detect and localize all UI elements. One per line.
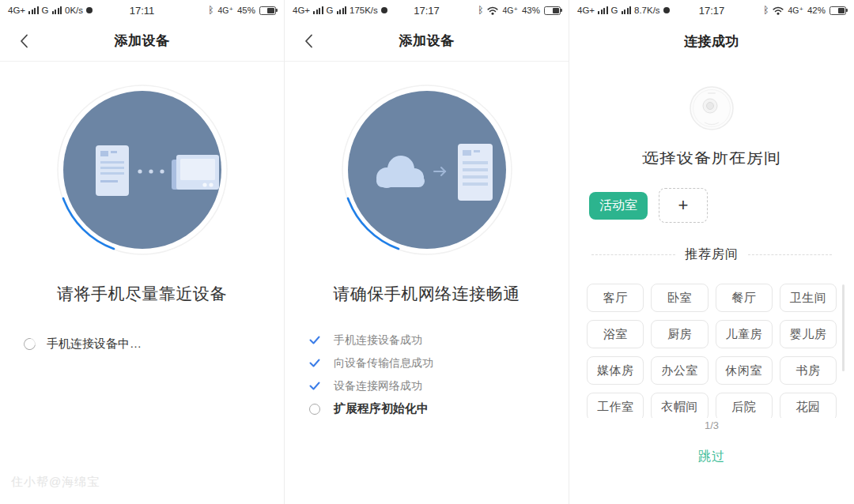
- room-chip[interactable]: 浴室: [587, 320, 644, 348]
- room-chip[interactable]: 卫生间: [780, 284, 837, 312]
- network-type-label-2: G: [42, 6, 49, 15]
- section-title: 选择设备所在房间: [642, 152, 781, 169]
- network-speed: 175K/s: [350, 6, 378, 15]
- battery-icon: [829, 6, 846, 15]
- recommended-rooms-divider: 推荐房间: [591, 246, 832, 263]
- room-chip[interactable]: 婴儿房: [780, 320, 837, 348]
- room-chip[interactable]: 办公室: [651, 356, 708, 385]
- room-chip[interactable]: 后院: [716, 393, 773, 418]
- progress-row: 手机连接设备中…: [24, 337, 284, 352]
- mobile-data-icon: 4G⁺: [788, 6, 803, 15]
- screen-add-device-network: 4G+ G 175K/s 17:17 ᛒ 4G⁺ 43% 添加设备: [285, 0, 569, 504]
- skip-link[interactable]: 跳过: [569, 449, 854, 465]
- wifi-icon: [773, 6, 784, 15]
- room-chip[interactable]: 花园: [780, 393, 837, 418]
- mobile-data-icon: 4G⁺: [502, 6, 518, 15]
- device-icon: [172, 155, 219, 190]
- data-saver-icon: [663, 7, 670, 13]
- room-chip[interactable]: 儿童房: [716, 320, 773, 348]
- status-bar: 4G+ G 8.7K/s 17:17 ᛒ 4G⁺ 42%: [569, 0, 854, 21]
- room-chip[interactable]: 衣帽间: [651, 393, 708, 418]
- check-icon: [309, 359, 320, 367]
- add-room-button[interactable]: +: [659, 188, 708, 223]
- signal-bars-icon: [52, 6, 62, 14]
- network-type-label-2: G: [327, 6, 334, 15]
- phone-icon: [458, 144, 493, 201]
- instruction-headline: 请将手机尽量靠近设备: [0, 283, 284, 305]
- network-type-label-2: G: [611, 6, 618, 15]
- bluetooth-icon: ᛒ: [208, 6, 214, 15]
- room-chip[interactable]: 餐厅: [716, 284, 773, 312]
- check-icon: [309, 382, 320, 390]
- room-grid: 客厅 卧室 餐厅 卫生间 浴室 厨房 儿童房 婴儿房 媒体房 办公室 休闲室 书…: [569, 284, 854, 418]
- page-title: 连接成功: [684, 32, 739, 51]
- triple-screenshot-stage: 4G+ G 0K/s 17:11 ᛒ 4G⁺ 45% 添加设备: [0, 0, 854, 504]
- check-icon: [309, 336, 320, 344]
- phone-icon: [96, 145, 129, 196]
- cloud-to-phone-illustration: [285, 82, 569, 258]
- network-speed: 0K/s: [65, 6, 83, 15]
- checklist-label: 向设备传输信息成功: [334, 356, 433, 370]
- network-speed: 8.7K/s: [634, 6, 660, 15]
- watermark: 住小帮@海绵宝: [11, 475, 100, 490]
- divider-label: 推荐房间: [685, 246, 739, 263]
- scrollbar-thumb[interactable]: [842, 284, 845, 371]
- dashed-line: [748, 254, 832, 255]
- battery-percent: 42%: [807, 6, 826, 15]
- battery-icon: [259, 6, 276, 15]
- robot-vacuum-icon: [689, 85, 735, 131]
- bluetooth-icon: ᛒ: [478, 6, 483, 15]
- loading-spinner-icon: [21, 336, 38, 352]
- status-bar: 4G+ G 0K/s 17:11 ᛒ 4G⁺ 45%: [0, 0, 284, 21]
- room-grid-scroller[interactable]: 客厅 卧室 餐厅 卫生间 浴室 厨房 儿童房 婴儿房 媒体房 办公室 休闲室 书…: [569, 284, 854, 418]
- room-chip[interactable]: 工作室: [587, 393, 644, 418]
- data-saver-icon: [381, 7, 387, 13]
- screen-add-device-connecting: 4G+ G 0K/s 17:11 ᛒ 4G⁺ 45% 添加设备: [0, 0, 285, 504]
- back-button[interactable]: [299, 32, 318, 51]
- network-type-label: 4G+: [577, 6, 595, 15]
- page-title: 添加设备: [115, 32, 170, 50]
- clock: 17:17: [699, 5, 725, 17]
- nav-bar: 连接成功: [569, 21, 854, 62]
- mobile-data-icon: 4G⁺: [217, 6, 233, 15]
- device-image-wrap: [569, 85, 854, 131]
- checklist-item: 向设备传输信息成功: [308, 352, 569, 374]
- phone-to-device-illustration: [0, 82, 284, 258]
- wifi-icon: [487, 6, 498, 15]
- selected-rooms-row: 活动室 +: [589, 188, 854, 223]
- room-chip[interactable]: 书房: [780, 356, 837, 385]
- screen-connect-success: 4G+ G 8.7K/s 17:17 ᛒ 4G⁺ 42% 连接成功: [569, 0, 854, 504]
- checklist-label: 手机连接设备成功: [334, 333, 422, 348]
- setup-checklist: 手机连接设备成功 向设备传输信息成功 设备连接网络成功 扩展程序初始化中: [308, 329, 569, 420]
- room-chip[interactable]: 休闲室: [716, 356, 773, 385]
- clock: 17:11: [130, 5, 155, 17]
- pending-circle-icon: [309, 404, 320, 415]
- battery-percent: 45%: [237, 6, 255, 15]
- status-bar: 4G+ G 175K/s 17:17 ᛒ 4G⁺ 43%: [285, 0, 569, 21]
- bluetooth-icon: ᛒ: [763, 6, 769, 15]
- checklist-item: 手机连接设备成功: [308, 329, 569, 352]
- signal-bars-icon: [28, 6, 39, 14]
- page-indicator: 1/3: [569, 419, 854, 431]
- dashed-line: [591, 254, 675, 255]
- connection-illustration-svg: [55, 82, 230, 258]
- network-illustration-svg: [339, 82, 515, 258]
- checklist-item: 设备连接网络成功: [308, 374, 569, 397]
- network-type-label: 4G+: [293, 6, 310, 15]
- room-chip[interactable]: 媒体房: [587, 356, 644, 385]
- nav-bar: 添加设备: [0, 21, 284, 62]
- page-title: 添加设备: [399, 32, 455, 50]
- signal-bars-icon: [598, 6, 608, 14]
- checklist-label: 扩展程序初始化中: [334, 401, 429, 416]
- progress-label: 手机连接设备中…: [47, 337, 142, 352]
- battery-icon: [544, 6, 561, 15]
- room-chip[interactable]: 厨房: [651, 320, 708, 348]
- room-chip[interactable]: 卧室: [651, 284, 708, 312]
- room-chip[interactable]: 客厅: [587, 284, 644, 312]
- section-title-clipped: 选择设备所在房间: [569, 152, 854, 169]
- battery-percent: 43%: [522, 6, 540, 15]
- checklist-item-pending: 扩展程序初始化中: [308, 397, 569, 420]
- selected-room-chip[interactable]: 活动室: [589, 192, 648, 220]
- back-button[interactable]: [14, 32, 33, 51]
- checklist-label: 设备连接网络成功: [334, 379, 422, 393]
